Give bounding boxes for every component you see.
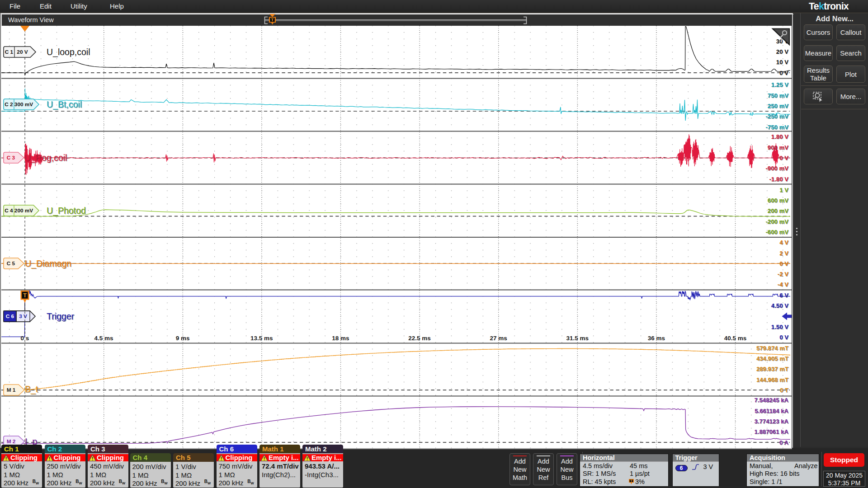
svg-text:13.5 ms: 13.5 ms [250, 335, 273, 342]
svg-text:-750 mV: -750 mV [765, 124, 788, 131]
svg-text:1.887061 kA: 1.887061 kA [754, 428, 788, 435]
svg-text:-4 V: -4 V [778, 281, 788, 288]
svg-text:C 3: C 3 [7, 155, 15, 161]
svg-text:31.5 ms: 31.5 ms [566, 335, 589, 342]
svg-text:4.50 V: 4.50 V [771, 302, 788, 309]
svg-text:20 V: 20 V [776, 48, 788, 55]
svg-text:U_Photod: U_Photod [47, 206, 86, 216]
svg-text:36 ms: 36 ms [648, 335, 665, 342]
svg-text:U_Bt,coil: U_Bt,coil [47, 99, 82, 110]
svg-text:5.661184 kA: 5.661184 kA [755, 408, 788, 414]
svg-text:1.25 V: 1.25 V [771, 81, 788, 88]
svg-text:C 2: C 2 [5, 101, 13, 108]
svg-text:M 1: M 1 [7, 387, 16, 393]
svg-text:20 V: 20 V [17, 49, 28, 55]
svg-text:4 V: 4 V [779, 239, 788, 246]
svg-text:C 5: C 5 [7, 260, 15, 267]
svg-text:1.80 V: 1.80 V [771, 133, 788, 140]
svg-text:C 6: C 6 [6, 313, 14, 319]
svg-text:144.968 mT: 144.968 mT [756, 376, 788, 383]
svg-text:750 mV: 750 mV [768, 92, 788, 99]
svg-text:T: T [23, 292, 27, 299]
svg-text:579.874 mT: 579.874 mT [756, 345, 788, 352]
svg-text:289.937 mT: 289.937 mT [756, 366, 788, 372]
svg-text:U_loop,coil: U_loop,coil [47, 47, 90, 57]
svg-text:Trigger: Trigger [47, 311, 75, 321]
svg-text:200 mV: 200 mV [14, 207, 33, 214]
svg-text:B_t: B_t [25, 384, 38, 394]
svg-text:0 V: 0 V [779, 70, 788, 76]
svg-text:300 mV: 300 mV [14, 101, 33, 108]
svg-text:27 ms: 27 ms [490, 335, 507, 342]
svg-text:3 V: 3 V [19, 313, 27, 319]
svg-text:6 V: 6 V [779, 292, 788, 299]
svg-text:M 2: M 2 [7, 438, 16, 445]
svg-text:U_Diamagn: U_Diamagn [25, 258, 71, 269]
svg-text:250 mV: 250 mV [768, 103, 788, 109]
svg-text:T: T [631, 479, 632, 482]
svg-text:0 V: 0 V [779, 334, 788, 341]
svg-text:900 mV: 900 mV [768, 144, 788, 151]
svg-text:0 T: 0 T [780, 387, 788, 394]
svg-text:1 V: 1 V [779, 187, 788, 193]
svg-text:-900 mV: -900 mV [765, 165, 788, 172]
svg-text:9 ms: 9 ms [176, 335, 190, 342]
svg-text:7.548245 kA: 7.548245 kA [754, 397, 788, 404]
svg-text:1.50 V: 1.50 V [771, 324, 788, 330]
svg-text:4.5 ms: 4.5 ms [94, 335, 113, 342]
svg-text:-200 mV: -200 mV [765, 218, 788, 225]
svg-text:600 mV: 600 mV [768, 197, 788, 204]
svg-text:-600 mV: -600 mV [765, 229, 788, 235]
svg-text:U_Rog,coil: U_Rog,coil [24, 153, 67, 163]
svg-text:-1.80 V: -1.80 V [769, 176, 788, 183]
svg-text:22.5 ms: 22.5 ms [408, 335, 431, 342]
svg-text:-2 V: -2 V [778, 271, 788, 277]
svg-text:0 V: 0 V [779, 260, 788, 267]
svg-text:200 mV: 200 mV [768, 207, 788, 214]
svg-text:0 V: 0 V [779, 155, 788, 161]
svg-text:3.774123 kA: 3.774123 kA [754, 418, 788, 425]
svg-text:2 V: 2 V [779, 250, 788, 257]
svg-text:C 4: C 4 [5, 207, 13, 214]
svg-text:-250 mV: -250 mV [765, 113, 788, 120]
svg-text:10 V: 10 V [776, 59, 788, 66]
svg-text:0 A: 0 A [779, 439, 789, 446]
svg-text:434.905 mT: 434.905 mT [756, 355, 788, 362]
svg-text:18 ms: 18 ms [332, 335, 349, 342]
svg-text:C 1: C 1 [5, 49, 14, 55]
svg-text:T: T [271, 18, 274, 22]
svg-text:40.5 ms: 40.5 ms [724, 335, 747, 342]
